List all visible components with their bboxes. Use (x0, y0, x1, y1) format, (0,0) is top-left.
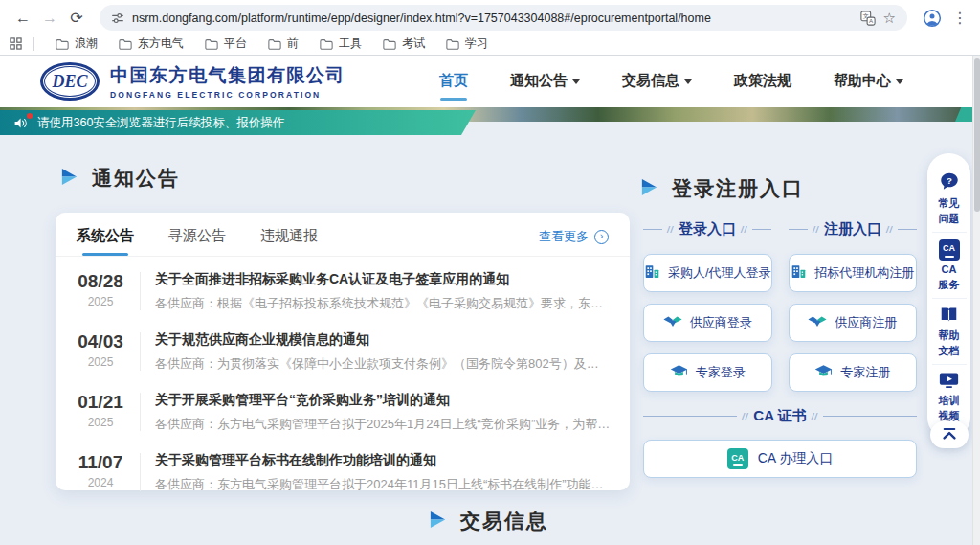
nav-policy-label: 政策法规 (734, 72, 791, 90)
notice-title[interactable]: 关于采购管理平台标书在线制作功能培训的通知 (155, 452, 611, 469)
bookmark-folder[interactable]: 前 (260, 34, 306, 54)
tab-violation-reports[interactable]: 违规通报 (260, 227, 318, 256)
nav-help[interactable]: 帮助中心 (834, 72, 903, 92)
translate-icon[interactable]: 文A (860, 11, 876, 26)
notice-item[interactable]: 11/07 2024 关于采购管理平台标书在线制作功能培训的通知 各供应商：东方… (71, 442, 611, 502)
bookmark-label: 工具 (339, 35, 362, 52)
page-scrollbar[interactable] (972, 56, 980, 545)
dec-logo-icon: DEC (40, 62, 100, 101)
notice-desc: 各供应商：东方电气采购管理平台拟于2024年11月15日上线“标书在线制作”功能… (155, 476, 611, 493)
faq-shortcut[interactable]: ? 常见 问题 (932, 165, 967, 232)
notices-tabs: 系统公告 寻源公告 违规通报 查看更多 › (56, 213, 630, 257)
notice-item[interactable]: 04/03 2025 关于规范供应商企业规模信息的通知 各供应商：为贯彻落实《保… (71, 321, 611, 381)
divider: // (741, 225, 747, 235)
bookmark-label: 浪潮 (75, 35, 98, 52)
url-bar[interactable]: nsrm.dongfang.com/platform/runtime/epp/d… (100, 5, 907, 31)
refresh-button[interactable]: ⟳ (63, 6, 90, 31)
address-bar-row: ← → ⟳ nsrm.dongfang.com/platform/runtime… (0, 0, 980, 33)
menu-icon[interactable]: ⋮ (949, 9, 970, 27)
folder-icon (205, 38, 218, 50)
nav-notices[interactable]: 通知公告 (510, 72, 580, 92)
profile-icon[interactable] (923, 9, 942, 28)
forward-button[interactable]: → (36, 6, 63, 31)
tune-icon[interactable] (111, 11, 124, 25)
sidebar-label: 常见 (939, 197, 960, 210)
view-more-link[interactable]: 查看更多 › (539, 228, 609, 256)
nav-policy[interactable]: 政策法规 (734, 72, 791, 92)
notice-date-md: 08/28 (71, 271, 130, 292)
notice-item[interactable]: 01/21 2025 关于开展采购管理平台“竞价采购业务”培训的通知 各供应商：… (71, 381, 611, 442)
notice-title[interactable]: 关于全面推进非招标采购业务CA认证及电子签章应用的通知 (155, 271, 611, 288)
button-label: 招标代理机构注册 (814, 264, 914, 282)
expert-login-button[interactable]: 专家登录 (643, 353, 772, 392)
building-icon (644, 263, 660, 283)
tab-sourcing-notices[interactable]: 寻源公告 (168, 227, 226, 256)
ca-group-label: CA 证书 (753, 407, 806, 425)
notice-body: 关于采购管理平台标书在线制作功能培训的通知 各供应商：东方电气采购管理平台拟于2… (155, 451, 611, 493)
supplier-login-button[interactable]: 供应商登录 (643, 304, 772, 342)
notice-title[interactable]: 关于开展采购管理平台“竞价采购业务”培训的通知 (155, 392, 611, 409)
tab-system-notices[interactable]: 系统公告 (77, 227, 134, 256)
bookmark-folder[interactable]: 平台 (197, 34, 255, 54)
divider: // (812, 412, 818, 421)
notices-card: 系统公告 寻源公告 违规通报 查看更多 › 08/28 2025 关于全面推进非… (56, 213, 630, 490)
quick-sidebar: ? 常见 问题 CA CA 服务 帮助 文档 培训 视频 (927, 153, 970, 439)
sidebar-label: 帮助 (939, 329, 960, 342)
bookmark-folder[interactable]: 工具 (312, 34, 369, 54)
notices-section-header: 通知公告 (59, 165, 180, 192)
ca-apply-button[interactable]: CA CA 办理入口 (643, 440, 917, 478)
nav-notices-label: 通知公告 (510, 72, 568, 90)
notice-body: 关于全面推进非招标采购业务CA认证及电子签章应用的通知 各供应商：根据《电子招标… (155, 270, 611, 312)
gradcap-icon (814, 364, 833, 381)
login-panel: // 登录入口 // // 注册入口 // 采购人/代理人登录 招标代理机构注册 (643, 220, 917, 478)
bookmark-label: 学习 (465, 35, 488, 52)
trade-section-title: 交易信息 (460, 508, 548, 534)
chevron-down-icon (572, 79, 580, 84)
company-name-en: DONGFANG ELECTRIC CORPORATION (110, 90, 345, 100)
notices-list: 08/28 2025 关于全面推进非招标采购业务CA认证及电子签章应用的通知 各… (56, 257, 630, 502)
building-icon (791, 263, 807, 283)
divider: // (742, 412, 748, 421)
apps-grid-icon[interactable] (10, 37, 22, 50)
bookmark-folder[interactable]: 浪潮 (48, 34, 105, 54)
divider (643, 416, 737, 417)
back-to-top-button[interactable] (930, 421, 969, 448)
video-icon (939, 372, 959, 392)
login-group-label: 登录入口 (679, 220, 736, 238)
notice-title[interactable]: 关于规范供应商企业规模信息的通知 (155, 331, 611, 349)
button-label: 供应商注册 (835, 314, 897, 331)
handshake-icon (808, 315, 827, 331)
scrollbar-thumb[interactable] (974, 58, 980, 212)
bookmark-folder[interactable]: 东方电气 (111, 34, 191, 54)
notice-desc: 各供应商：东方电气采购管理平台拟于2025年1月24日上线“竞价采购”业务，为帮… (155, 416, 611, 433)
back-button[interactable]: ← (10, 6, 36, 31)
notice-body: 关于规范供应商企业规模信息的通知 各供应商：为贯彻落实《保障中小企业款项支付条例… (155, 330, 611, 373)
bidding-agency-register-button[interactable]: 招标代理机构注册 (789, 254, 917, 292)
handshake-icon (663, 315, 682, 331)
help-docs-shortcut[interactable]: 帮助 文档 (932, 298, 967, 364)
bookmark-folder[interactable]: 考试 (375, 34, 433, 54)
nav-trade[interactable]: 交易信息 (622, 72, 692, 92)
buyer-agent-login-button[interactable]: 采购人/代理人登录 (643, 254, 772, 292)
company-logo[interactable]: DEC 中国东方电气集团有限公司 DONGFANG ELECTRIC CORPO… (40, 62, 345, 101)
supplier-register-button[interactable]: 供应商注册 (789, 304, 917, 342)
folder-icon (119, 38, 132, 50)
training-videos-shortcut[interactable]: 培训 视频 (932, 364, 967, 429)
bookmark-folder[interactable]: 学习 (438, 34, 496, 54)
section-arrow-icon (59, 167, 79, 191)
main-nav: 首页 通知公告 交易信息 政策法规 帮助中心 (439, 72, 903, 92)
trade-section-header: 交易信息 (53, 508, 924, 534)
login-section-header: 登录注册入口 (639, 175, 804, 202)
nav-home[interactable]: 首页 (439, 72, 468, 92)
notice-date-year: 2025 (71, 355, 130, 369)
sidebar-label: 问题 (939, 213, 960, 225)
bookmark-star-icon[interactable]: ☆ (883, 10, 896, 27)
back-to-top-icon (941, 426, 958, 443)
expert-register-button[interactable]: 专家注册 (789, 353, 917, 392)
ca-service-shortcut[interactable]: CA CA 服务 (932, 232, 967, 298)
notice-item[interactable]: 08/28 2025 关于全面推进非招标采购业务CA认证及电子签章应用的通知 各… (71, 261, 611, 321)
notice-date-year: 2025 (71, 295, 130, 308)
alert-dot (27, 113, 33, 119)
entry-buttons-grid: 采购人/代理人登录 招标代理机构注册 供应商登录 供应商注册 专家登录 (643, 254, 917, 392)
folder-icon (56, 38, 69, 50)
